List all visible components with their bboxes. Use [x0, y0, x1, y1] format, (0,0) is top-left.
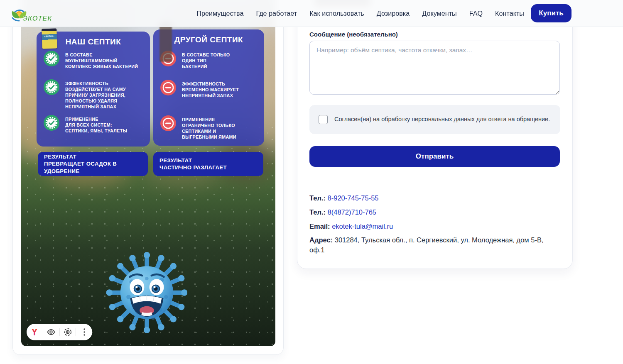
phone-row-1: Тел.: 8-920-745-75-55 — [309, 193, 560, 203]
nav-item-faq[interactable]: FAQ — [469, 10, 483, 17]
photo-chimney — [159, 24, 172, 62]
check-badge-icon — [43, 115, 60, 131]
media-toolbar — [27, 324, 92, 340]
check-badge-icon — [43, 50, 60, 67]
address-label: Адрес: — [309, 236, 333, 244]
consent-checkbox[interactable] — [319, 115, 328, 124]
site-header: ЭКОТЕК Преимущества Где работает Как исп… — [0, 0, 623, 27]
more-options-icon[interactable] — [79, 327, 89, 337]
toolbar-divider — [59, 328, 60, 336]
message-label: Сообщение (необязательно) — [309, 31, 398, 38]
comparison-media-card: НАШ СЕПТИК В СОСТАВЕ МУЛЬТИШТАММОВЫЙ КОМ… — [12, 0, 284, 355]
consent-box: Согласен(на) на обработку персональных д… — [309, 105, 560, 134]
yandex-browser-icon[interactable] — [29, 327, 39, 337]
other-result-banner: РЕЗУЛЬТАТ ЧАСТИЧНО РАЗЛАГАЕТ — [153, 152, 263, 176]
bacteria-mascot-image — [106, 251, 187, 334]
phone-row-2: Тел.: 8(4872)710-765 — [309, 208, 560, 217]
page: НАШ СЕПТИК В СОСТАВЕ МУЛЬТИШТАММОВЫЙ КОМ… — [0, 0, 623, 364]
our-item-text: ЭФФЕКТИВНОСТЬ ВОЗДЕЙСТВУЕТ НА САМУ ПРИЧИ… — [65, 79, 126, 110]
other-item-text: В СОСТАВЕ ТОЛЬКО ОДИН ТИП БАКТЕРИЙ — [182, 50, 230, 69]
consent-label: Согласен(на) на обработку персональных д… — [334, 115, 550, 124]
address-value: 301284, Тульская обл., п. Сергиевский, у… — [309, 236, 544, 254]
email-label: Email: — [309, 222, 330, 230]
eye-icon[interactable] — [46, 327, 56, 337]
toolbar-divider — [43, 328, 43, 336]
nav-item-how-to-use[interactable]: Как использовать — [309, 10, 364, 17]
sachet-label: СЕПТИК+ — [43, 34, 56, 37]
other-item-text: ЭФФЕКТИВНОСТЬ ВРЕМЕННО МАСКИРУЕТ НЕПРИЯТ… — [182, 79, 239, 98]
our-item-1: В СОСТАВЕ МУЛЬТИШТАММОВЫЙ КОМПЛЕКС ЖИВЫХ… — [43, 50, 145, 69]
contact-form-card: Сообщение (необязательно) Согласен(на) н… — [297, 0, 573, 269]
phone-link-2[interactable]: 8(4872)710-765 — [328, 208, 376, 216]
our-item-text: ПРИМЕНЕНИЕ ДЛЯ ВСЕХ СИСТЕМ: СЕПТИКИ, ЯМЫ… — [65, 115, 127, 134]
our-septic-panel: НАШ СЕПТИК В СОСТАВЕ МУЛЬТИШТАММОВЫЙ КОМ… — [37, 32, 150, 147]
toolbar-divider — [76, 328, 76, 336]
our-item-text: В СОСТАВЕ МУЛЬТИШТАММОВЫЙ КОМПЛЕКС ЖИВЫХ… — [65, 50, 145, 69]
minus-badge-icon — [160, 79, 177, 96]
check-badge-icon — [43, 79, 60, 95]
nav-item-dosage[interactable]: Дозировка — [377, 10, 410, 17]
other-item-2: ЭФФЕКТИВНОСТЬ ВРЕМЕННО МАСКИРУЕТ НЕПРИЯТ… — [160, 79, 259, 98]
product-sachet-image: СЕПТИК+ — [42, 28, 57, 49]
email-link[interactable]: ekotek-tula@mail.ru — [332, 222, 393, 230]
buy-button[interactable]: Купить — [531, 4, 571, 22]
other-item-3: ПРИМЕНЕНИЕ ОГРАНИЧЕНО ТОЛЬКО СЕПТИКАМИ И… — [160, 115, 259, 140]
nav-item-advantages[interactable]: Преимущества — [196, 10, 243, 17]
nav-item-documents[interactable]: Документы — [422, 10, 456, 17]
comparison-image: НАШ СЕПТИК В СОСТАВЕ МУЛЬТИШТАММОВЫЙ КОМ… — [21, 0, 275, 346]
phone-label: Тел.: — [309, 194, 326, 202]
logo-text: ЭКОТЕК — [22, 15, 52, 22]
our-result-banner: РЕЗУЛЬТАТ ПРЕВРАЩАЕТ ОСАДОК В УДОБРЕНИЕ — [38, 152, 148, 176]
our-item-3: ПРИМЕНЕНИЕ ДЛЯ ВСЕХ СИСТЕМ: СЕПТИКИ, ЯМЫ… — [43, 115, 145, 134]
other-item-1: В СОСТАВЕ ТОЛЬКО ОДИН ТИП БАКТЕРИЙ — [160, 50, 259, 69]
smart-camera-icon[interactable] — [63, 327, 73, 337]
divider — [309, 187, 560, 187]
main-nav: Преимущества Где работает Как использова… — [196, 0, 524, 27]
phone-link-1[interactable]: 8-920-745-75-55 — [328, 194, 379, 202]
nav-item-contacts[interactable]: Контакты — [495, 10, 524, 17]
nav-item-where-works[interactable]: Где работает — [256, 10, 297, 17]
submit-button[interactable]: Отправить — [309, 146, 560, 167]
ekotek-logo[interactable]: ЭКОТЕК — [9, 4, 59, 24]
email-row: Email: ekotek-tula@mail.ru — [309, 222, 560, 232]
message-input[interactable] — [309, 41, 560, 95]
phone-label: Тел.: — [309, 208, 326, 216]
other-item-text: ПРИМЕНЕНИЕ ОГРАНИЧЕНО ТОЛЬКО СЕПТИКАМИ И… — [182, 115, 236, 140]
minus-badge-icon — [160, 115, 177, 132]
our-item-2: ЭФФЕКТИВНОСТЬ ВОЗДЕЙСТВУЕТ НА САМУ ПРИЧИ… — [43, 79, 145, 110]
address-row: Адрес: 301284, Тульская обл., п. Сергиев… — [309, 235, 560, 255]
